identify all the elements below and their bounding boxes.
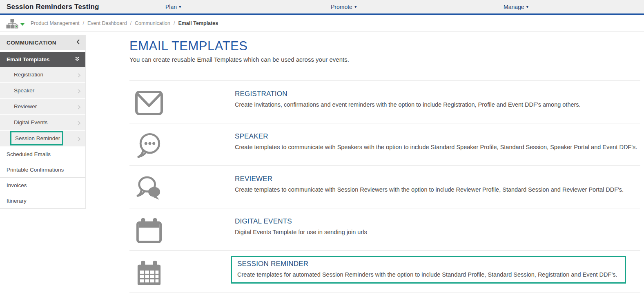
nav-plan-label: Plan xyxy=(165,4,177,10)
sidebar-item-email-templates[interactable]: Email Templates xyxy=(0,52,85,67)
sidebar-section-communication[interactable]: COMMUNICATION xyxy=(0,35,85,50)
sidebar-item-label: Scheduled Emails xyxy=(7,151,51,157)
sidebar-item-label: Speaker xyxy=(14,87,34,94)
chevron-right-icon xyxy=(78,73,80,79)
sidebar-item-speaker[interactable]: Speaker xyxy=(0,83,85,99)
event-title: Session Reminders Testing xyxy=(7,0,99,13)
template-title: REVIEWER xyxy=(235,175,624,183)
breadcrumb-bar: Product Management / Event Dashboard / C… xyxy=(0,15,644,31)
chevron-down-icon: ▾ xyxy=(354,4,357,9)
top-bar: Session Reminders Testing Plan ▾ Promote… xyxy=(0,0,644,13)
template-row-registration[interactable]: REGISTRATION Create invitations, confirm… xyxy=(129,80,640,123)
calendar-icon xyxy=(135,217,163,244)
chevron-right-icon xyxy=(78,136,80,143)
chevron-right-icon xyxy=(78,105,80,111)
template-row-speaker[interactable]: SPEAKER Create templates to communicate … xyxy=(129,123,640,165)
chevron-down-icon: ▾ xyxy=(526,4,529,9)
template-row-session-reminder[interactable]: SESSION REMINDER Create templates for au… xyxy=(129,250,640,293)
highlight-box: Session Reminder xyxy=(10,131,63,145)
highlight-box: SESSION REMINDER Create templates for au… xyxy=(231,256,626,284)
sidebar-item-scheduled-emails[interactable]: Scheduled Emails xyxy=(0,147,85,162)
speech-bubble-icon xyxy=(135,132,163,159)
breadcrumb-separator: / xyxy=(130,20,131,26)
nav-manage[interactable]: Manage ▾ xyxy=(504,0,528,13)
calendar-grid-icon xyxy=(135,260,163,286)
template-info: REGISTRATION Create invitations, confirm… xyxy=(235,90,581,108)
breadcrumb: Product Management / Event Dashboard / C… xyxy=(31,15,218,31)
template-description: Create templates to communicate with Spe… xyxy=(235,143,637,151)
chevron-down-icon[interactable] xyxy=(20,20,25,27)
breadcrumb-separator: / xyxy=(83,20,84,26)
sidebar-item-label: Invoices xyxy=(7,182,27,188)
template-info: SPEAKER Create templates to communicate … xyxy=(235,132,637,151)
template-row-reviewer[interactable]: REVIEWER Create templates to communicate… xyxy=(129,165,640,208)
sidebar-item-label: Registration xyxy=(14,72,43,78)
nav-promote-label: Promote xyxy=(331,4,352,10)
sidebar-item-label: Reviewer xyxy=(14,103,37,110)
sidebar-item-invoices[interactable]: Invoices xyxy=(0,178,85,193)
chevron-down-icon: ▾ xyxy=(179,4,181,9)
template-info: REVIEWER Create templates to communicate… xyxy=(235,175,624,193)
template-info: DIGITAL EVENTS Digital Events Template f… xyxy=(235,217,367,236)
sidebar-item-reviewer[interactable]: Reviewer xyxy=(0,99,85,115)
page-title: EMAIL TEMPLATES xyxy=(129,39,640,54)
template-description: Create templates for automated Session R… xyxy=(237,271,619,278)
template-title: DIGITAL EVENTS xyxy=(235,217,367,226)
sidebar-item-label: Session Reminder xyxy=(15,135,60,141)
nav-manage-label: Manage xyxy=(504,4,524,10)
sidebar-item-printable-confirmations[interactable]: Printable Confirmations xyxy=(0,162,85,178)
main-content: EMAIL TEMPLATES You can create reusable … xyxy=(129,31,640,293)
breadcrumb-item[interactable]: Event Dashboard xyxy=(87,20,127,26)
template-title: SPEAKER xyxy=(235,132,637,141)
breadcrumb-item[interactable]: Product Management xyxy=(31,20,80,26)
double-chevron-down-icon xyxy=(75,56,80,63)
template-description: Create invitations, confirmations and ev… xyxy=(235,101,581,108)
sitemap-icon[interactable] xyxy=(6,18,19,30)
page-subtitle: You can create reusable Email Templates … xyxy=(129,56,640,64)
chat-bubbles-icon xyxy=(135,175,163,201)
template-description: Create templates to communicate with Ses… xyxy=(235,186,624,193)
sidebar-item-label: Printable Confirmations xyxy=(7,167,64,173)
template-row-digital-events[interactable]: DIGITAL EVENTS Digital Events Template f… xyxy=(129,208,640,250)
breadcrumb-current: Email Templates xyxy=(178,20,218,26)
chevron-right-icon xyxy=(78,89,80,95)
sidebar-item-itinerary[interactable]: Itinerary xyxy=(0,193,85,209)
sidebar-item-label: Digital Events xyxy=(14,119,48,125)
breadcrumb-separator: / xyxy=(174,20,175,26)
sidebar: COMMUNICATION Email Templates Registrati… xyxy=(0,35,86,209)
chevron-right-icon xyxy=(78,121,80,127)
nav-plan[interactable]: Plan ▾ xyxy=(165,0,181,13)
nav-promote[interactable]: Promote ▾ xyxy=(331,0,357,13)
template-list: REGISTRATION Create invitations, confirm… xyxy=(129,80,640,293)
sidebar-item-digital-events[interactable]: Digital Events xyxy=(0,115,85,131)
template-description: Digital Events Template for use in sendi… xyxy=(235,228,367,236)
sidebar-item-session-reminder[interactable]: Session Reminder xyxy=(0,131,85,147)
sidebar-section-label: COMMUNICATION xyxy=(7,40,56,46)
sidebar-item-label: Email Templates xyxy=(7,56,50,63)
chevron-left-icon[interactable] xyxy=(76,39,80,46)
envelope-icon xyxy=(135,90,163,116)
sidebar-item-label: Itinerary xyxy=(7,198,27,204)
template-title: REGISTRATION xyxy=(235,90,581,98)
breadcrumb-item[interactable]: Communication xyxy=(135,20,170,26)
template-title: SESSION REMINDER xyxy=(237,260,619,268)
sidebar-item-registration[interactable]: Registration xyxy=(0,67,85,83)
